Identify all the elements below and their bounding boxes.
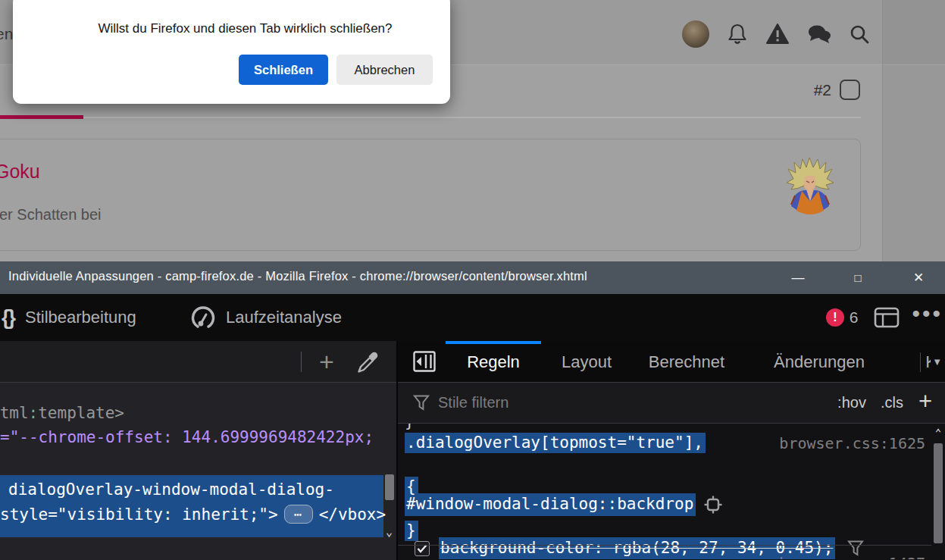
performance-label: Laufzeitanalyse xyxy=(226,308,342,327)
scroll-up-icon[interactable]: ⌃ xyxy=(931,427,945,439)
braces-icon: {} xyxy=(2,306,14,330)
post-text: er Schatten bei xyxy=(0,206,102,224)
rules-scrollbar[interactable]: ⌃ xyxy=(931,424,945,559)
show-all-nodes-button[interactable]: ⋯ xyxy=(284,505,313,524)
rule-selector-line1[interactable]: .dialogOverlay[topmost="true"], xyxy=(405,433,706,453)
style-filter-input[interactable]: Stile filtern xyxy=(438,394,508,411)
window-title: Individuelle Anpassungen - camp-firefox.… xyxy=(8,269,587,283)
rule-declaration-row: background-color: rgba(28, 27, 34, 0.45)… xyxy=(405,499,943,559)
search-icon[interactable] xyxy=(849,23,870,45)
style-filter-row: Stile filtern :hov .cls + xyxy=(398,383,945,424)
window-close-button[interactable]: ✕ xyxy=(907,261,930,294)
pseudo-toggles: :hov .cls + xyxy=(837,388,945,418)
goku-avatar[interactable] xyxy=(786,158,834,224)
tabs-separator xyxy=(920,352,921,372)
devtools-toolbar-right: ! 6 ••• xyxy=(826,294,943,341)
tab-performance[interactable]: Laufzeitanalyse xyxy=(191,294,342,341)
rules-scrollbar-thumb[interactable] xyxy=(934,443,943,543)
tab-strip-line xyxy=(83,117,861,118)
tab-partial[interactable]: K xyxy=(925,352,931,372)
dialog-buttons: Schließen Abbrechen xyxy=(239,55,433,85)
pseudo-class-toggle[interactable]: :hov xyxy=(837,394,866,411)
node-close-tag: </vbox> xyxy=(319,505,386,524)
node-style-attr: style="visibility: inherit;"> xyxy=(0,505,278,524)
close-confirm-dialog: Willst du Firefox und diesen Tab wirklic… xyxy=(13,0,450,104)
post-number[interactable]: #2 xyxy=(814,81,831,99)
rules-panel: Regeln Layout Berechnet Änderungen K ▼ S… xyxy=(396,341,945,560)
sidebar-tabs: Regeln Layout Berechnet Änderungen xyxy=(446,341,891,383)
eyedropper-icon[interactable] xyxy=(355,349,380,375)
open-brace-text: { xyxy=(405,477,418,497)
class-toggle[interactable]: .cls xyxy=(881,394,903,411)
markup-line-attr[interactable]: ="--chrome-offset: 144.6999969482422px; xyxy=(0,428,374,446)
markup-code[interactable]: ntml:template> ="--chrome-offset: 144.69… xyxy=(0,383,396,560)
forum-post-card: Goku er Schatten bei xyxy=(0,139,861,251)
cancel-button[interactable]: Abbrechen xyxy=(336,55,433,85)
markup-panel: + ntml:template> ="--chrome-offset: 144.… xyxy=(0,341,396,560)
sidebar-toggle-icon[interactable] xyxy=(413,351,436,372)
markup-selected-node[interactable]: dialogOverlay-window-modal-dialog- style… xyxy=(0,475,383,537)
add-rule-button[interactable]: + xyxy=(918,388,932,418)
close-brace-text: } xyxy=(405,521,418,541)
chat-icon[interactable] xyxy=(807,23,831,45)
markup-line-template[interactable]: ntml:template> xyxy=(0,404,124,422)
prev-rule-close-brace: } xyxy=(405,424,415,432)
bell-icon[interactable] xyxy=(727,23,748,45)
nav-item-partial[interactable]: en xyxy=(0,25,13,43)
scroll-down-icon[interactable]: ⌄ xyxy=(383,525,396,539)
filter-funnel-icon xyxy=(413,394,430,412)
markup-scrollbar-thumb[interactable] xyxy=(385,474,394,500)
post-meta: #2 xyxy=(814,80,860,100)
add-node-button[interactable]: + xyxy=(314,343,340,380)
maximize-button[interactable]: □ xyxy=(846,261,869,294)
selected-node-id: dialogOverlay-window-modal-dialog- xyxy=(8,480,334,499)
tab-layout[interactable]: Layout xyxy=(541,341,632,383)
header-icons xyxy=(682,20,870,48)
markup-toolbar: + xyxy=(0,341,396,383)
tab-changes[interactable]: Änderungen xyxy=(747,341,891,383)
close-button[interactable]: Schließen xyxy=(239,55,328,85)
error-count: 6 xyxy=(850,308,859,327)
tab-computed[interactable]: Berechnet xyxy=(632,341,741,383)
all-tabs-arrow-icon[interactable]: ▼ xyxy=(932,356,942,368)
declaration-filter-icon[interactable] xyxy=(847,499,943,559)
rules-content[interactable]: } .dialogOverlay[topmost="true"], browse… xyxy=(398,424,945,559)
tab-style-editor[interactable]: {} Stilbearbeitung xyxy=(2,294,136,341)
rules-header: Regeln Layout Berechnet Änderungen K ▼ xyxy=(398,341,945,383)
rule-close-brace: } xyxy=(405,521,418,541)
user-avatar[interactable] xyxy=(682,20,709,48)
rule-source-link[interactable]: browser.css:1625 xyxy=(779,434,925,452)
toolbar-separator xyxy=(301,352,302,372)
markup-scrollbar[interactable]: ⌄ xyxy=(383,383,396,560)
post-select-checkbox[interactable] xyxy=(840,80,860,100)
warning-icon[interactable] xyxy=(765,23,790,45)
tabs-overflow: K ▼ xyxy=(920,341,942,383)
minimize-button[interactable]: — xyxy=(787,261,809,294)
gauge-icon xyxy=(191,305,215,330)
more-options-icon[interactable]: ••• xyxy=(912,301,943,334)
post-author-link[interactable]: Goku xyxy=(0,161,40,183)
style-editor-label: Stilbearbeitung xyxy=(25,308,136,327)
error-badge-icon[interactable]: ! xyxy=(826,308,844,327)
rule-open-brace: { xyxy=(405,477,418,497)
devtools-toolbar: {} Stilbearbeitung Laufzeitanalyse ! 6 •… xyxy=(0,294,945,341)
next-rule-partial[interactable]: .dialogOverlay[topmost="true"] xyxy=(405,554,796,559)
rules-divider xyxy=(398,545,945,546)
page-right-gutter xyxy=(882,0,945,261)
inspector-panel: + ntml:template> ="--chrome-offset: 144.… xyxy=(0,341,945,560)
selected-node-style: style="visibility: inherit;"> ⋯ </vbox> xyxy=(0,505,386,524)
tab-rules[interactable]: Regeln xyxy=(446,341,541,383)
dock-layout-icon[interactable] xyxy=(874,307,900,328)
next-rule-source-link[interactable]: browser.css:1427 xyxy=(779,554,925,559)
selector-text-1: .dialogOverlay[topmost="true"], xyxy=(405,433,706,453)
window-titlebar: Individuelle Anpassungen - camp-firefox.… xyxy=(0,261,945,294)
active-tab-underline xyxy=(0,115,83,119)
dialog-message: Willst du Firefox und diesen Tab wirklic… xyxy=(13,21,450,36)
